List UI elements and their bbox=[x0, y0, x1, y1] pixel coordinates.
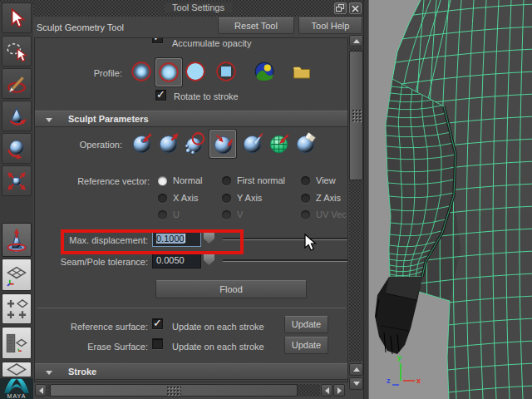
browse-profile-folder-icon[interactable] bbox=[289, 58, 314, 85]
profile-image-brush-icon[interactable] bbox=[252, 58, 277, 85]
annotation-highlight-box bbox=[61, 229, 244, 254]
rotate-tool-button[interactable] bbox=[2, 133, 32, 164]
profile-solid-brush-icon[interactable] bbox=[183, 58, 208, 85]
close-window-icon[interactable] bbox=[349, 2, 362, 14]
reference-vector-label: Reference vector: bbox=[35, 176, 150, 186]
scroll-left-icon[interactable] bbox=[321, 384, 332, 397]
maya-logo-label: MAYA bbox=[0, 393, 33, 399]
stroke-header[interactable]: Stroke bbox=[35, 363, 347, 380]
reference-vector-option-label: UV Vec bbox=[316, 209, 347, 219]
paint-select-tool-button[interactable] bbox=[2, 68, 32, 99]
maya-logo: MAYA bbox=[0, 378, 33, 399]
accumulate-opacity-checkbox[interactable] bbox=[152, 38, 163, 43]
profile-soft-brush-icon[interactable] bbox=[155, 58, 182, 86]
operation-pinch-icon[interactable] bbox=[239, 130, 264, 156]
erase-surface-checkbox[interactable] bbox=[152, 338, 163, 349]
stroke-title: Stroke bbox=[68, 367, 96, 377]
reference-vector-option-label: View bbox=[316, 175, 336, 185]
select-tool-button[interactable] bbox=[2, 2, 32, 33]
operation-pull-icon[interactable] bbox=[155, 130, 180, 156]
svg-text:x: x bbox=[416, 377, 421, 385]
rotate-to-stroke-checkbox[interactable] bbox=[155, 90, 166, 101]
scroll-left-icon[interactable] bbox=[35, 384, 47, 397]
tool-header-row: Sculpt Geometry Tool Reset Tool Tool Hel… bbox=[33, 17, 363, 38]
reference-vector-option-label: First normal bbox=[237, 175, 285, 185]
reference-vector-radio-first-normal[interactable] bbox=[222, 176, 231, 185]
reference-vector-radio-normal[interactable] bbox=[158, 176, 167, 185]
layout-single-pane-button[interactable] bbox=[2, 259, 32, 291]
erase-surface-label: Erase Surface: bbox=[35, 342, 148, 352]
reference-vector-radio-z-axis[interactable] bbox=[301, 194, 310, 203]
scroll-up-icon[interactable] bbox=[349, 363, 363, 376]
reference-vector-radio-y-axis[interactable] bbox=[222, 194, 231, 203]
settings-scroll-area: Accumulate opacity Profile: Rotate to st… bbox=[35, 38, 347, 382]
toolbox-sidebar: MAYA bbox=[0, 0, 34, 399]
rotate-to-stroke-label: Rotate to stroke bbox=[174, 91, 239, 101]
horizontal-scroll-thumb[interactable] bbox=[50, 384, 298, 397]
scroll-right-icon[interactable] bbox=[333, 384, 345, 397]
tool-name-label: Sculpt Geometry Tool bbox=[37, 22, 124, 32]
vertical-scrollbar[interactable] bbox=[349, 35, 363, 391]
restore-window-icon[interactable] bbox=[334, 2, 347, 14]
profile-label: Profile: bbox=[35, 68, 122, 78]
3d-viewport[interactable]: yxz bbox=[369, 0, 532, 399]
reset-tool-button[interactable]: Reset Tool bbox=[218, 17, 294, 34]
panel-splitter[interactable] bbox=[363, 0, 369, 399]
maya-application: MAYA Tool Settings Sculpt Geometry Tool … bbox=[0, 0, 532, 399]
tool-help-button[interactable]: Tool Help bbox=[298, 17, 362, 34]
divider bbox=[37, 308, 346, 308]
panel-titlebar[interactable]: Tool Settings bbox=[33, 0, 363, 17]
seam-pole-tolerance-label: Seam/Pole tolerance: bbox=[35, 257, 148, 267]
horizontal-scrollbar[interactable] bbox=[35, 384, 345, 397]
reference-vector-radio-u bbox=[158, 210, 167, 219]
erase-surface-option-label: Update on each stroke bbox=[172, 342, 264, 352]
reference-vector-option-label: Z Axis bbox=[316, 193, 341, 203]
erase-surface-update-button[interactable]: Update bbox=[284, 337, 328, 354]
profile-square-brush-icon[interactable] bbox=[214, 58, 239, 85]
reference-vector-radio-view[interactable] bbox=[301, 176, 310, 185]
reference-surface-update-button[interactable]: Update bbox=[284, 316, 328, 333]
scale-tool-button[interactable] bbox=[2, 165, 32, 196]
flood-button[interactable]: Flood bbox=[155, 280, 307, 298]
accumulate-opacity-label: Accumulate opacity bbox=[172, 38, 251, 48]
sculpt-parameters-header[interactable]: Sculpt Parameters bbox=[35, 111, 347, 127]
wireframe-mesh: yxz bbox=[369, 0, 532, 399]
svg-text:z: z bbox=[387, 377, 391, 385]
move-tool-button[interactable] bbox=[2, 101, 32, 131]
panel-title: Tool Settings bbox=[164, 2, 233, 12]
reference-vector-option-label: V bbox=[237, 209, 243, 219]
reference-surface-option-label: Update on each stroke bbox=[172, 322, 264, 332]
reference-surface-checkbox[interactable] bbox=[152, 318, 163, 329]
scroll-up-icon[interactable] bbox=[349, 35, 363, 47]
layout-four-pane-button[interactable] bbox=[2, 293, 32, 324]
operation-push-icon[interactable] bbox=[129, 130, 154, 156]
collapse-arrow-icon[interactable] bbox=[46, 371, 52, 375]
reference-vector-radio-x-axis[interactable] bbox=[158, 194, 167, 203]
scroll-down-icon[interactable] bbox=[349, 377, 363, 390]
operation-relax-icon[interactable] bbox=[209, 130, 236, 158]
reference-vector-option-label: Y Axis bbox=[237, 193, 262, 203]
reference-vector-radio-uv-vec bbox=[301, 210, 310, 219]
reference-vector-option-label: X Axis bbox=[173, 193, 199, 203]
sculpt-geometry-tool-button[interactable] bbox=[2, 223, 32, 257]
lasso-select-tool-button[interactable] bbox=[2, 36, 32, 66]
operation-erase-icon[interactable] bbox=[293, 130, 318, 156]
seam-pole-slider-track[interactable] bbox=[223, 259, 347, 262]
vertical-scroll-thumb[interactable] bbox=[349, 51, 363, 180]
operation-label: Operation: bbox=[35, 140, 122, 150]
tool-settings-panel: Tool Settings Sculpt Geometry Tool Reset… bbox=[33, 0, 363, 399]
reference-surface-label: Reference surface: bbox=[35, 322, 148, 332]
operation-smooth-icon[interactable] bbox=[182, 130, 207, 156]
profile-gaussian-brush-icon[interactable] bbox=[129, 58, 154, 85]
collapse-arrow-icon[interactable] bbox=[46, 118, 52, 122]
mouse-cursor bbox=[304, 234, 319, 252]
svg-text:y: y bbox=[397, 353, 401, 362]
operation-slide-icon[interactable] bbox=[266, 130, 291, 156]
seam-pole-tolerance-field[interactable]: 0.0050 bbox=[152, 253, 201, 268]
layout-persp-pane-button[interactable] bbox=[2, 362, 32, 377]
reference-vector-radio-v bbox=[222, 210, 231, 219]
layout-outliner-persp-button[interactable] bbox=[2, 327, 32, 359]
reference-vector-option-label: Normal bbox=[173, 175, 202, 185]
sculpt-parameters-title: Sculpt Parameters bbox=[68, 114, 149, 124]
reference-vector-option-label: U bbox=[173, 209, 180, 219]
